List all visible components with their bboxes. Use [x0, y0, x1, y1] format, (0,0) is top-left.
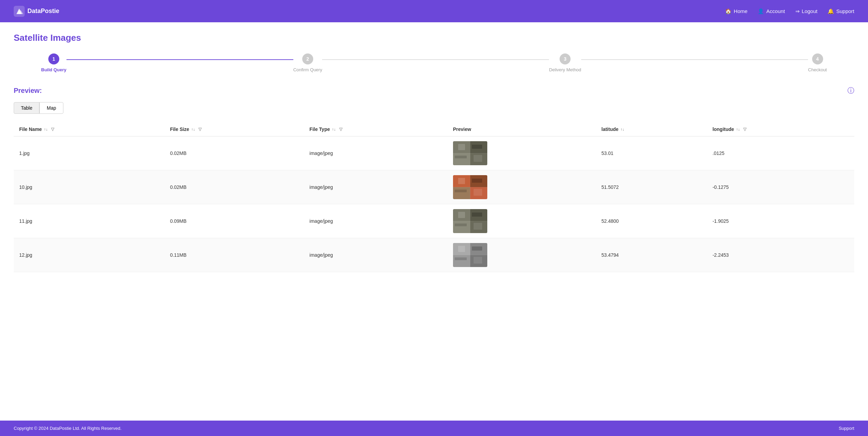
nav-home-label: Home [734, 8, 747, 14]
stepper: 1 Build Query 2 Confirm Query 3 Delivery… [14, 53, 854, 72]
satellite-preview-img [453, 175, 487, 199]
svg-rect-17 [458, 178, 465, 184]
step-3: 3 Delivery Method [549, 53, 581, 72]
step-3-label: Delivery Method [549, 67, 581, 72]
svg-rect-22 [455, 190, 467, 192]
svg-rect-41 [474, 257, 482, 264]
tab-table[interactable]: Table [14, 102, 39, 114]
table-header: File Name ↑↓ ▽ File Size ↑↓ ▽ [14, 122, 854, 136]
svg-rect-21 [474, 189, 482, 196]
svg-rect-28 [472, 213, 482, 217]
logout-icon: ⇒ [795, 8, 800, 14]
preview-header: Preview: ⓘ [14, 86, 854, 95]
table-body: 1.jpg 0.02MB image/jpeg [14, 136, 854, 272]
col-preview: Preview [448, 122, 596, 136]
satellite-preview-img [453, 243, 487, 267]
cell-longitude: -1.9025 [707, 204, 854, 238]
tab-map[interactable]: Map [39, 102, 63, 114]
footer-copyright: Copyright © 2024 DataPostie Ltd. All Rig… [14, 426, 122, 431]
col-file-size: File Size ↑↓ ▽ [164, 122, 304, 136]
cell-preview [448, 238, 596, 272]
cell-filesize: 0.09MB [164, 204, 304, 238]
filter-icon-filename[interactable]: ▽ [51, 127, 54, 132]
sort-icon-latitude[interactable]: ↑↓ [621, 127, 624, 131]
cell-filesize: 0.02MB [164, 170, 304, 204]
satellite-preview-img [453, 141, 487, 165]
header-row: File Name ↑↓ ▽ File Size ↑↓ ▽ [14, 122, 854, 136]
sort-icon-filetype[interactable]: ↑↓ [332, 127, 336, 131]
main-content: Satellite Images 1 Build Query 2 Confirm… [0, 22, 868, 421]
filter-icon-longitude[interactable]: ▽ [743, 127, 746, 132]
home-icon: 🏠 [725, 8, 732, 14]
cell-longitude: .0125 [707, 136, 854, 170]
step-3-circle: 3 [560, 53, 571, 64]
cell-filename: 12.jpg [14, 238, 164, 272]
cell-latitude: 53.01 [596, 136, 707, 170]
svg-rect-42 [455, 257, 467, 260]
cell-filetype: image/jpeg [304, 170, 448, 204]
svg-rect-7 [458, 144, 465, 150]
preview-thumbnail[interactable] [453, 243, 487, 267]
sort-icon-filename[interactable]: ↑↓ [44, 127, 48, 131]
nav-logout-label: Logout [802, 8, 818, 14]
footer-support[interactable]: Support [839, 426, 854, 431]
preview-thumbnail[interactable] [453, 141, 487, 165]
cell-filetype: image/jpeg [304, 238, 448, 272]
col-latitude: latitude ↑↓ [596, 122, 707, 136]
svg-rect-5 [453, 153, 470, 165]
col-longitude: longitude ↑↓ ▽ [707, 122, 854, 136]
step-2-label: Confirm Query [293, 67, 322, 72]
logo: DataPostie [14, 6, 59, 17]
sort-icon-longitude[interactable]: ↑↓ [736, 127, 740, 131]
svg-rect-37 [458, 246, 465, 252]
svg-rect-31 [474, 223, 482, 230]
svg-rect-27 [458, 212, 465, 218]
logo-icon [14, 6, 25, 17]
cell-latitude: 51.5072 [596, 170, 707, 204]
cell-preview [448, 170, 596, 204]
svg-rect-11 [474, 155, 482, 162]
footer: Copyright © 2024 DataPostie Ltd. All Rig… [0, 421, 868, 436]
step-4-label: Checkout [808, 67, 827, 72]
header: DataPostie 🏠 Home 👤 Account ⇒ Logout 🔔 S… [0, 0, 868, 22]
cell-filename: 10.jpg [14, 170, 164, 204]
svg-rect-35 [453, 255, 470, 267]
filter-icon-filesize[interactable]: ▽ [198, 127, 201, 132]
sort-icon-filesize[interactable]: ↑↓ [191, 127, 195, 131]
svg-rect-15 [453, 187, 470, 199]
filter-icon-filetype[interactable]: ▽ [339, 127, 342, 132]
table-row: 1.jpg 0.02MB image/jpeg [14, 136, 854, 170]
logo-text: DataPostie [27, 8, 59, 15]
cell-filetype: image/jpeg [304, 136, 448, 170]
step-1-label: Build Query [41, 67, 66, 72]
preview-section: Preview: ⓘ Table Map File Name ↑↓ ▽ [14, 86, 854, 272]
support-icon: 🔔 [828, 8, 834, 14]
step-2: 2 Confirm Query [293, 53, 322, 72]
preview-thumbnail[interactable] [453, 209, 487, 233]
cell-preview [448, 204, 596, 238]
svg-rect-32 [455, 223, 467, 226]
step-1-circle: 1 [48, 53, 59, 64]
cell-filename: 1.jpg [14, 136, 164, 170]
nav-account-label: Account [766, 8, 785, 14]
nav-home[interactable]: 🏠 Home [725, 8, 747, 14]
help-icon[interactable]: ⓘ [847, 86, 854, 95]
table-row: 11.jpg 0.09MB image/jpeg [14, 204, 854, 238]
svg-rect-18 [472, 179, 482, 183]
preview-thumbnail[interactable] [453, 175, 487, 199]
cell-filesize: 0.11MB [164, 238, 304, 272]
step-4-circle: 4 [812, 53, 823, 64]
page-title: Satellite Images [14, 33, 854, 43]
step-line-3-4 [581, 59, 808, 60]
satellite-preview-img [453, 209, 487, 233]
step-4: 4 Checkout [808, 53, 827, 72]
tab-bar: Table Map [14, 102, 854, 114]
svg-rect-38 [472, 246, 482, 251]
nav-support[interactable]: 🔔 Support [828, 8, 854, 14]
step-2-circle: 2 [302, 53, 313, 64]
nav-account[interactable]: 👤 Account [758, 8, 785, 14]
data-table: File Name ↑↓ ▽ File Size ↑↓ ▽ [14, 122, 854, 272]
step-line-1-2 [66, 59, 293, 60]
nav-logout[interactable]: ⇒ Logout [795, 8, 818, 14]
preview-title: Preview: [14, 87, 42, 95]
